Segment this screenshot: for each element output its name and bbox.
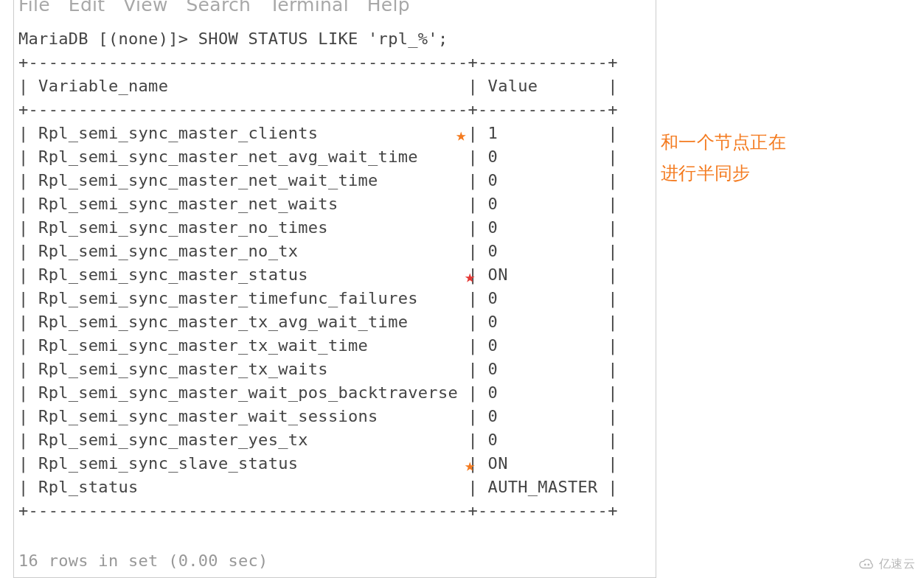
terminal-window: File Edit View Search Terminal Help Mari…: [13, 0, 656, 578]
table-row: | Rpl_semi_sync_master_yes_tx | 0 |: [18, 428, 618, 452]
table-row: | Rpl_semi_sync_master_net_wait_time | 0…: [18, 169, 618, 192]
svg-point-0: [864, 564, 866, 566]
value-cell: ON: [478, 265, 608, 284]
table-row: | Rpl_semi_sync_master_no_times | 0 |: [18, 216, 618, 240]
table-row: | Rpl_semi_sync_master_no_tx | 0 |: [18, 240, 618, 263]
annotation-note: 和一个节点正在 进行半同步: [661, 127, 786, 189]
table-sep: +---------------------------------------…: [18, 98, 618, 122]
table-row: | Rpl_semi_sync_master_clients | 1 |★: [18, 122, 618, 145]
watermark: 亿速云: [858, 556, 915, 572]
table-header: | Variable_name | Value |: [18, 74, 618, 98]
menu-help[interactable]: Help: [367, 0, 410, 15]
table-sep: +---------------------------------------…: [18, 51, 618, 74]
terminal-output[interactable]: MariaDB [(none)]> SHOW STATUS LIKE 'rpl_…: [18, 27, 618, 523]
command-line: MariaDB [(none)]> SHOW STATUS LIKE 'rpl_…: [18, 27, 618, 51]
value-cell: 0: [478, 171, 608, 189]
value-cell: 0: [478, 431, 608, 449]
table-row: | Rpl_semi_sync_master_wait_pos_backtrav…: [18, 381, 618, 405]
table-row: | Rpl_semi_sync_master_tx_wait_time | 0 …: [18, 334, 618, 358]
value-cell: 0: [478, 289, 608, 307]
table-row: | Rpl_semi_sync_master_status | ON |★: [18, 263, 618, 287]
table-sep: +---------------------------------------…: [18, 499, 618, 523]
menu-edit[interactable]: Edit: [69, 0, 105, 15]
star-icon: ★: [465, 453, 476, 477]
value-cell: 0: [478, 360, 608, 378]
menu-view[interactable]: View: [123, 0, 168, 15]
table-row: | Rpl_semi_sync_master_net_avg_wait_time…: [18, 145, 618, 169]
table-row: | Rpl_status | AUTH_MASTER |: [18, 476, 618, 499]
value-cell: 0: [478, 336, 608, 355]
menu-terminal[interactable]: Terminal: [269, 0, 349, 15]
value-cell: 0: [478, 242, 608, 260]
value-cell: 0: [478, 218, 608, 237]
value-cell: 0: [478, 147, 608, 166]
value-cell: 0: [478, 383, 608, 402]
value-cell: 1: [478, 124, 608, 142]
star-icon: ★: [465, 265, 476, 288]
table-row: | Rpl_semi_sync_slave_status | ON |★: [18, 452, 618, 476]
table-row: | Rpl_semi_sync_master_tx_avg_wait_time …: [18, 310, 618, 334]
watermark-text: 亿速云: [879, 557, 915, 572]
table-row: | Rpl_semi_sync_master_wait_sessions | 0…: [18, 405, 618, 428]
value-cell: AUTH_MASTER: [478, 478, 608, 496]
table-row: | Rpl_semi_sync_master_net_waits | 0 |: [18, 192, 618, 216]
svg-point-1: [867, 564, 869, 566]
annotation-line2: 进行半同步: [661, 158, 786, 189]
table-row: | Rpl_semi_sync_master_timefunc_failures…: [18, 287, 618, 310]
value-cell: ON: [478, 454, 608, 473]
value-cell: 0: [478, 195, 608, 213]
result-footer: 16 rows in set (0.00 sec): [18, 551, 268, 570]
value-cell: 0: [478, 313, 608, 331]
menubar: File Edit View Search Terminal Help: [18, 0, 410, 15]
annotation-line1: 和一个节点正在: [661, 127, 786, 158]
table-row: | Rpl_semi_sync_master_tx_waits | 0 |: [18, 358, 618, 381]
menu-file[interactable]: File: [18, 0, 50, 15]
menu-search[interactable]: Search: [186, 0, 251, 15]
value-cell: 0: [478, 407, 608, 425]
cloud-icon: [858, 556, 875, 572]
star-icon: ★: [456, 123, 467, 147]
